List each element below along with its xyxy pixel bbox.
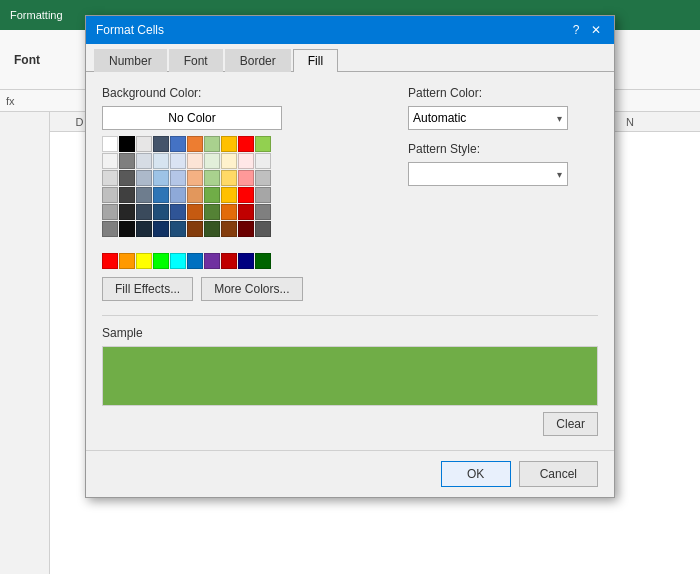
tab-number[interactable]: Number xyxy=(94,49,167,72)
dialog-titlebar: Format Cells ? ✕ xyxy=(86,16,614,44)
color-swatch[interactable] xyxy=(238,170,254,186)
close-button[interactable]: ✕ xyxy=(588,22,604,38)
color-swatch[interactable] xyxy=(204,187,220,203)
color-swatch[interactable] xyxy=(119,187,135,203)
pattern-color-dropdown[interactable]: Automatic xyxy=(408,106,568,130)
color-swatch[interactable] xyxy=(153,221,169,237)
color-swatch[interactable] xyxy=(170,204,186,220)
color-swatch[interactable] xyxy=(187,153,203,169)
color-swatch[interactable] xyxy=(204,153,220,169)
dialog-tabs: Number Font Border Fill xyxy=(86,44,614,72)
color-swatch[interactable] xyxy=(221,221,237,237)
color-swatch[interactable] xyxy=(170,136,186,152)
tab-border[interactable]: Border xyxy=(225,49,291,72)
fill-effects-button[interactable]: Fill Effects... xyxy=(102,277,193,301)
color-swatch[interactable] xyxy=(204,204,220,220)
color-swatch-accent[interactable] xyxy=(170,253,186,269)
color-swatch[interactable] xyxy=(255,153,271,169)
color-swatch[interactable] xyxy=(136,187,152,203)
color-swatch[interactable] xyxy=(153,170,169,186)
dialog-title: Format Cells xyxy=(96,23,164,37)
clear-row: Clear xyxy=(102,412,598,436)
color-swatch[interactable] xyxy=(136,170,152,186)
color-swatch[interactable] xyxy=(187,136,203,152)
color-swatch[interactable] xyxy=(238,221,254,237)
fill-buttons: Fill Effects... More Colors... xyxy=(102,277,388,301)
color-swatch[interactable] xyxy=(255,221,271,237)
color-swatch[interactable] xyxy=(119,153,135,169)
color-swatch[interactable] xyxy=(238,187,254,203)
clear-button[interactable]: Clear xyxy=(543,412,598,436)
color-swatch[interactable] xyxy=(170,153,186,169)
color-swatch[interactable] xyxy=(170,221,186,237)
color-swatch[interactable] xyxy=(170,187,186,203)
color-swatch[interactable] xyxy=(136,136,152,152)
dialog-content: Background Color: No Color xyxy=(86,72,614,450)
color-swatch[interactable] xyxy=(238,204,254,220)
color-swatch[interactable] xyxy=(255,136,271,152)
color-swatch[interactable] xyxy=(153,153,169,169)
color-swatch[interactable] xyxy=(102,204,118,220)
more-colors-button[interactable]: More Colors... xyxy=(201,277,302,301)
color-swatch[interactable] xyxy=(102,153,118,169)
color-swatch-accent[interactable] xyxy=(221,253,237,269)
color-swatch[interactable] xyxy=(187,221,203,237)
tab-font[interactable]: Font xyxy=(169,49,223,72)
color-swatch[interactable] xyxy=(170,170,186,186)
color-swatch-accent[interactable] xyxy=(204,253,220,269)
titlebar-controls: ? ✕ xyxy=(568,22,604,38)
color-swatch[interactable] xyxy=(255,170,271,186)
color-swatch[interactable] xyxy=(221,153,237,169)
color-swatch[interactable] xyxy=(204,221,220,237)
color-swatch[interactable] xyxy=(221,204,237,220)
color-swatch[interactable] xyxy=(119,221,135,237)
color-swatch[interactable] xyxy=(153,136,169,152)
color-swatch[interactable] xyxy=(221,136,237,152)
color-swatch[interactable] xyxy=(136,204,152,220)
ok-button[interactable]: OK xyxy=(441,461,511,487)
color-swatch-accent[interactable] xyxy=(119,253,135,269)
color-swatch[interactable] xyxy=(187,204,203,220)
color-swatch[interactable] xyxy=(255,187,271,203)
color-swatch[interactable] xyxy=(187,187,203,203)
color-swatch[interactable] xyxy=(238,153,254,169)
color-swatch[interactable] xyxy=(102,170,118,186)
color-row-3 xyxy=(102,170,388,186)
color-swatch[interactable] xyxy=(221,187,237,203)
color-swatch[interactable] xyxy=(204,170,220,186)
color-swatch-accent[interactable] xyxy=(102,253,118,269)
color-swatch-accent[interactable] xyxy=(153,253,169,269)
color-swatch-accent[interactable] xyxy=(136,253,152,269)
pattern-style-label: Pattern Style: xyxy=(408,142,598,156)
tab-fill[interactable]: Fill xyxy=(293,49,338,72)
color-swatch[interactable] xyxy=(255,204,271,220)
color-swatch[interactable] xyxy=(119,170,135,186)
pattern-color-label: Pattern Color: xyxy=(408,86,598,100)
color-swatch[interactable] xyxy=(136,221,152,237)
help-button[interactable]: ? xyxy=(568,22,584,38)
color-swatch[interactable] xyxy=(153,204,169,220)
color-swatch[interactable] xyxy=(238,136,254,152)
color-swatch[interactable] xyxy=(187,170,203,186)
dialog-overlay: Format Cells ? ✕ Number Font Border Fill… xyxy=(0,0,700,574)
content-row: Background Color: No Color xyxy=(102,86,598,301)
pattern-style-dropdown-wrapper xyxy=(408,162,568,186)
color-swatch[interactable] xyxy=(119,136,135,152)
color-swatch-accent[interactable] xyxy=(255,253,271,269)
color-swatch[interactable] xyxy=(119,204,135,220)
color-grid xyxy=(102,136,388,237)
pattern-style-dropdown[interactable] xyxy=(408,162,568,186)
color-swatch[interactable] xyxy=(204,136,220,152)
color-swatch[interactable] xyxy=(153,187,169,203)
color-swatch[interactable] xyxy=(136,153,152,169)
color-row-4 xyxy=(102,187,388,203)
color-swatch-accent[interactable] xyxy=(187,253,203,269)
color-swatch[interactable] xyxy=(102,136,118,152)
color-swatch[interactable] xyxy=(221,170,237,186)
color-swatch-accent[interactable] xyxy=(238,253,254,269)
color-swatch[interactable] xyxy=(102,221,118,237)
sample-section: Sample Clear xyxy=(102,315,598,436)
cancel-button[interactable]: Cancel xyxy=(519,461,598,487)
no-color-button[interactable]: No Color xyxy=(102,106,282,130)
color-swatch[interactable] xyxy=(102,187,118,203)
